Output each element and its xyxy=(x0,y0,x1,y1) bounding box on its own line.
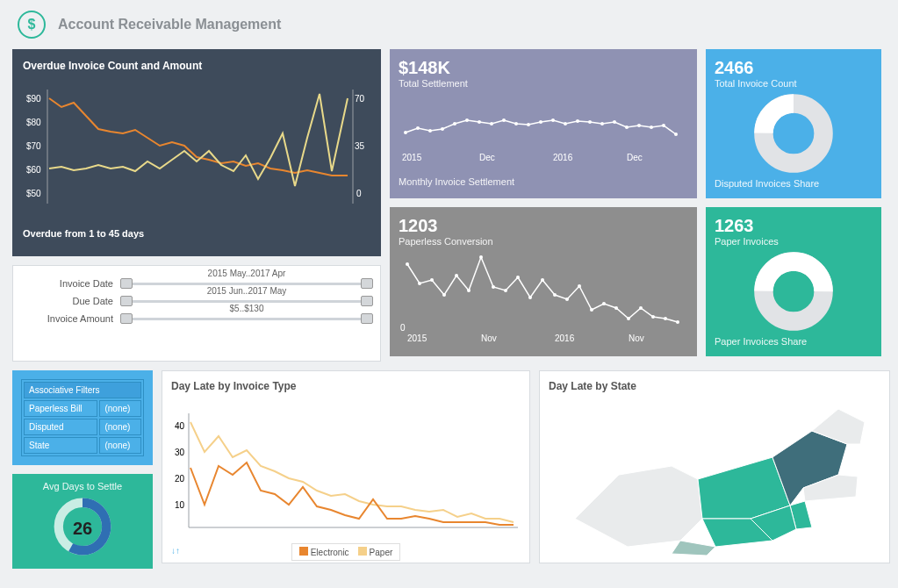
page-title: Account Receivable Management xyxy=(58,17,281,32)
filter-row[interactable]: State(none) xyxy=(24,437,141,454)
settlement-chart[interactable]: 2015Dec2016Dec xyxy=(399,89,688,173)
svg-point-12 xyxy=(428,129,432,133)
paperless-value: 1203 xyxy=(399,216,688,236)
svg-point-58 xyxy=(627,317,630,320)
day-late-type-legend: Electronic Paper xyxy=(291,543,401,561)
svg-point-42 xyxy=(430,278,434,282)
svg-point-20 xyxy=(527,123,530,126)
disputed-donut[interactable] xyxy=(754,94,833,173)
disputed-donut-label: Disputed Invoices Share xyxy=(715,178,873,189)
filter-key: Paperless Bill xyxy=(24,400,97,417)
day-late-type-title: Day Late by Invoice Type xyxy=(171,380,521,392)
due-date-label: Due Date xyxy=(25,296,113,306)
avg-days-value: 26 xyxy=(73,519,92,539)
due-date-slider[interactable]: 2015 Jun..2017 May xyxy=(126,300,368,303)
svg-text:20: 20 xyxy=(175,474,185,484)
invoice-amount-slider[interactable]: $5..$130 xyxy=(126,318,368,320)
sort-icon[interactable]: ↓↑ xyxy=(171,546,180,556)
svg-text:40: 40 xyxy=(175,421,185,431)
svg-point-60 xyxy=(651,315,655,319)
filter-val: (none) xyxy=(99,419,141,435)
svg-point-17 xyxy=(490,122,493,125)
svg-point-55 xyxy=(590,308,593,312)
svg-text:0: 0 xyxy=(400,323,406,333)
svg-point-57 xyxy=(614,306,618,310)
overdue-card: Overdue Invoice Count and Amount $50$60$… xyxy=(12,49,381,256)
settlement-card: $148K Total Settlement 2015Dec2016Dec Mo… xyxy=(390,49,697,198)
svg-point-45 xyxy=(467,289,471,292)
svg-point-47 xyxy=(492,285,495,289)
svg-point-48 xyxy=(504,289,507,292)
svg-point-49 xyxy=(516,276,520,279)
svg-text:35: 35 xyxy=(355,141,365,151)
svg-text:Dec: Dec xyxy=(479,153,495,162)
svg-point-23 xyxy=(564,122,567,125)
filters-title: Associative Filters xyxy=(24,382,141,398)
svg-point-13 xyxy=(441,127,444,131)
svg-text:70: 70 xyxy=(355,94,365,104)
svg-text:0: 0 xyxy=(356,189,362,198)
legend-electronic: Electronic xyxy=(311,548,349,557)
filter-row[interactable]: Paperless Bill(none) xyxy=(24,400,141,417)
total-invoice-label: Total Invoice Count xyxy=(715,78,873,89)
svg-point-51 xyxy=(541,278,544,282)
avg-days-card: Avg Days to Settle 26 xyxy=(12,474,153,569)
filter-row[interactable]: Disputed(none) xyxy=(24,419,141,435)
svg-point-24 xyxy=(576,119,579,123)
header: $ Account Receivable Management xyxy=(0,0,898,49)
svg-point-25 xyxy=(588,120,592,124)
svg-text:$60: $60 xyxy=(26,165,41,175)
svg-point-19 xyxy=(514,122,518,125)
paperless-label: Paperless Conversion xyxy=(399,236,688,247)
svg-text:Nov: Nov xyxy=(629,333,644,343)
svg-point-15 xyxy=(465,118,469,122)
svg-text:$50: $50 xyxy=(26,189,41,198)
settlement-value: $148K xyxy=(399,58,688,78)
day-late-state-card: Day Late by State xyxy=(539,370,890,563)
svg-text:Dec: Dec xyxy=(627,153,643,162)
invoice-date-slider[interactable]: 2015 May..2017 Apr xyxy=(126,283,368,285)
paper-invoices-label: Paper Invoices xyxy=(715,236,873,247)
settlement-chart-label: Monthly Invoice Settlement xyxy=(399,176,688,187)
day-late-state-map[interactable] xyxy=(549,396,882,557)
svg-point-22 xyxy=(551,118,555,122)
overdue-chart[interactable]: $50$60$70$80$90 03570 xyxy=(23,72,370,221)
filter-val: (none) xyxy=(99,437,141,454)
svg-point-59 xyxy=(639,306,643,310)
dollar-logo-icon: $ xyxy=(18,11,46,39)
svg-point-46 xyxy=(479,255,483,259)
svg-point-50 xyxy=(528,296,532,299)
svg-text:2015: 2015 xyxy=(407,333,427,343)
paper-invoices-value: 1263 xyxy=(715,216,873,236)
invoice-date-range: 2015 May..2017 Apr xyxy=(208,269,286,278)
avg-days-label: Avg Days to Settle xyxy=(19,481,146,491)
svg-text:$90: $90 xyxy=(26,94,41,104)
paper-donut[interactable] xyxy=(754,252,833,331)
svg-point-41 xyxy=(418,282,421,285)
svg-point-54 xyxy=(578,284,581,288)
paperless-card: 1203 Paperless Conversion 0 2015Nov2016N… xyxy=(390,207,697,356)
legend-paper: Paper xyxy=(370,548,393,557)
paper-donut-label: Paper Invoices Share xyxy=(715,336,873,347)
filter-key: Disputed xyxy=(24,419,97,435)
svg-point-43 xyxy=(442,293,446,297)
due-date-range: 2015 Jun..2017 May xyxy=(207,286,287,296)
svg-text:$70: $70 xyxy=(26,141,41,151)
invoice-date-label: Invoice Date xyxy=(25,278,113,289)
svg-text:10: 10 xyxy=(175,500,185,510)
svg-point-56 xyxy=(602,302,606,305)
svg-point-14 xyxy=(453,122,456,125)
legend-swatch-paper-icon xyxy=(358,547,367,556)
day-late-type-chart[interactable]: 10203040 xyxy=(171,396,521,536)
svg-text:$80: $80 xyxy=(26,118,41,127)
svg-point-53 xyxy=(565,298,569,301)
svg-point-18 xyxy=(502,118,506,122)
paperless-chart[interactable]: 0 2015Nov2016Nov xyxy=(399,247,688,348)
filter-key: State xyxy=(24,437,97,454)
paper-invoices-card: 1263 Paper Invoices Paper Invoices Share xyxy=(706,207,881,356)
filters-card: Associative Filters Paperless Bill(none)… xyxy=(12,370,153,465)
svg-text:2015: 2015 xyxy=(402,153,422,162)
svg-point-11 xyxy=(416,126,420,130)
total-invoice-card: 2466 Total Invoice Count Disputed Invoic… xyxy=(706,49,881,198)
svg-text:30: 30 xyxy=(175,448,185,457)
